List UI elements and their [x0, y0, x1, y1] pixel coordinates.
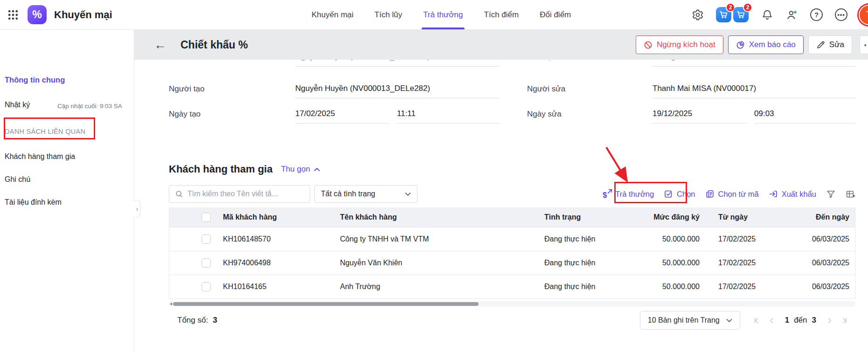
- tab-doi-diem[interactable]: Đổi điểm: [540, 0, 571, 29]
- columns-plus-icon[interactable]: [846, 189, 855, 199]
- field-label-created-date: Ngày tạo: [169, 110, 295, 124]
- col-to-date: Đến ngày: [784, 213, 856, 221]
- last-page-icon[interactable]: [840, 316, 849, 325]
- select-all-checkbox[interactable]: [201, 213, 211, 222]
- deactivate-button[interactable]: Ngừng kích hoạt: [636, 35, 723, 54]
- cell-from-date: 17/02/2025: [700, 235, 784, 243]
- block-icon: [644, 41, 653, 49]
- next-page-icon[interactable]: [825, 316, 834, 325]
- table-row[interactable]: KH106148570 Công ty TNHH và TM VTM Đang …: [169, 227, 855, 251]
- view-report-button[interactable]: Xem báo cáo: [728, 35, 804, 54]
- select-from-code-link[interactable]: Chọn từ mã: [705, 189, 759, 199]
- cell-to-date: 06/03/2025: [784, 235, 856, 243]
- field-value-modified-date: 19/12/2025: [653, 109, 747, 124]
- section-title: Khách hàng tham gia: [169, 163, 272, 175]
- col-registered-amount: Mức đăng ký: [621, 213, 700, 221]
- scrollbar-thumb[interactable]: [173, 302, 479, 306]
- cell-registered-amount: 50.000.000: [621, 283, 700, 291]
- sidebar-item-log[interactable]: Nhật ký: [5, 101, 30, 109]
- table-row[interactable]: KH10164165 Anh Trường Đang thực hiện 50.…: [169, 275, 855, 298]
- first-page-icon[interactable]: [752, 316, 761, 325]
- page-title: Chiết khấu %: [181, 39, 248, 51]
- toolbar-actions: $ Trả thưởng Chọn Chọn từ mã Xuất khẩu: [602, 189, 855, 199]
- sidebar-item-notes[interactable]: Ghi chú: [5, 175, 30, 184]
- sidebar-item-general-info[interactable]: Thông tin chung: [5, 76, 65, 84]
- cell-from-date: 17/02/2025: [700, 259, 784, 267]
- field-label-creator: Người tạo: [169, 84, 295, 98]
- page-header: ← Chiết khấu % Ngừng kích hoạt Xem báo c…: [134, 30, 868, 60]
- cell-from-date: 17/02/2025: [700, 283, 784, 291]
- help-icon[interactable]: ?: [810, 8, 823, 21]
- check-square-icon: [664, 189, 673, 199]
- page-size-select[interactable]: 10 Bản ghi trên Trang: [640, 311, 740, 330]
- cart-badge-2: 2: [743, 3, 752, 12]
- cart-icon-2[interactable]: 2: [733, 7, 749, 22]
- col-customer-name: Tên khách hàng: [340, 213, 544, 221]
- main-nav: Khuyến mại Tích lũy Trả thưởng Tích điểm…: [312, 0, 571, 29]
- row-checkbox[interactable]: [201, 258, 211, 268]
- field-label-modified-date: Ngày sửa: [527, 110, 653, 124]
- sidebar-collapse-handle[interactable]: ‹: [134, 200, 140, 218]
- detail-row-dates: Ngày tạo 17/02/2025 11:11 Ngày sửa 19/12…: [169, 109, 855, 124]
- app-title: Khuyến mại: [54, 9, 112, 21]
- cell-status: Đang thực hiện: [544, 235, 621, 243]
- page-more-button[interactable]: •••: [860, 35, 868, 54]
- export-link[interactable]: Xuất khẩu: [769, 189, 816, 199]
- search-input[interactable]: [187, 190, 304, 198]
- detail-row-creator-editor: Người tạo Nguyễn Huyền (NV000013_DELe282…: [169, 84, 855, 98]
- table-header: Mã khách hàng Tên khách hàng Tình trạng …: [169, 207, 855, 227]
- cell-customer-name: Anh Trường: [340, 283, 544, 291]
- list-footer: Tổng số: 3 10 Bản ghi trên Trang 1 đến 3: [169, 311, 855, 330]
- tab-tich-diem[interactable]: Tích điểm: [484, 0, 519, 29]
- collapse-section-link[interactable]: Thu gọn: [281, 165, 319, 174]
- customers-table: Mã khách hàng Tên khách hàng Tình trạng …: [169, 207, 855, 299]
- topbar: % Khuyến mại Khuyến mại Tích lũy Trả thư…: [0, 0, 868, 30]
- table-row[interactable]: KH974006498 Nguyễn Văn Khiên Đang thực h…: [169, 251, 855, 275]
- horizontal-scrollbar[interactable]: [169, 301, 855, 307]
- edit-button[interactable]: Sửa: [808, 35, 852, 54]
- page-actions: Ngừng kích hoạt Xem báo cáo Sửa: [636, 35, 852, 54]
- select-link[interactable]: Chọn: [664, 189, 695, 199]
- row-checkbox[interactable]: [201, 282, 211, 291]
- tab-khuyen-mai[interactable]: Khuyến mại: [312, 0, 354, 29]
- cart-icon[interactable]: 2: [716, 7, 731, 22]
- filter-icon[interactable]: [826, 189, 836, 199]
- pagination: 10 Bản ghi trên Trang 1 đến 3: [640, 311, 849, 330]
- tab-tich-luy[interactable]: Tích lũy: [375, 0, 403, 29]
- search-box: [169, 185, 310, 203]
- page-range: 1 đến 3: [785, 316, 816, 325]
- status-filter-select[interactable]: Tất cả tình trạng: [314, 185, 417, 203]
- sidebar-item-attachments[interactable]: Tài liệu đính kèm: [5, 198, 62, 207]
- topbar-actions: 2 2 ? ••• T: [691, 0, 868, 29]
- cell-registered-amount: 50.000.000: [621, 259, 700, 267]
- col-status: Tình trạng: [544, 213, 621, 221]
- last-updated-text: Cập nhật cuối: 9:03 SA: [57, 103, 122, 110]
- pencil-icon: [816, 41, 825, 49]
- pie-icon: [736, 41, 745, 49]
- chevron-down-icon: [726, 318, 732, 323]
- total-count-value: 3: [213, 316, 217, 325]
- cell-customer-name: Nguyễn Văn Khiên: [340, 259, 544, 267]
- app-launcher-icon[interactable]: [7, 8, 20, 21]
- field-label-owner: Chủ sở hữu: [169, 60, 295, 67]
- bell-icon[interactable]: [761, 8, 773, 21]
- tab-tra-thuong[interactable]: Trả thưởng: [423, 0, 463, 29]
- content: Chủ sở hữu Nguyễn Huyền (NV000013_DELe28…: [134, 60, 868, 352]
- avatar[interactable]: T: [860, 6, 868, 24]
- copy-icon: [705, 189, 715, 199]
- field-label-editor: Người sửa: [527, 84, 653, 98]
- dollar-arrow-icon: $: [602, 189, 611, 199]
- pay-reward-link[interactable]: $ Trả thưởng: [602, 189, 654, 199]
- app-logo: %: [28, 5, 47, 24]
- prev-page-icon[interactable]: [767, 316, 776, 325]
- scroll-left-arrow[interactable]: [170, 303, 172, 305]
- export-icon: [769, 189, 778, 199]
- back-icon[interactable]: ←: [154, 39, 167, 51]
- cell-status: Đang thực hiện: [544, 259, 621, 267]
- sidebar-item-participating-customers[interactable]: Khách hàng tham gia: [5, 152, 75, 161]
- gear-icon[interactable]: [691, 8, 704, 21]
- add-user-icon[interactable]: [785, 8, 798, 21]
- row-checkbox[interactable]: [201, 235, 211, 244]
- field-value-modified-time: 09:03: [754, 109, 855, 124]
- more-icon[interactable]: •••: [835, 8, 847, 21]
